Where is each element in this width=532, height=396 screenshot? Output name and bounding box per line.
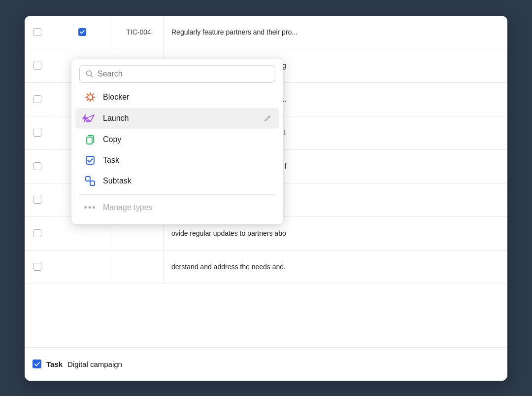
cell-id: TIC-004	[114, 16, 164, 49]
subtask-label: Subtask	[103, 177, 271, 185]
menu-item-task[interactable]: Task	[75, 150, 279, 170]
svg-line-8	[92, 99, 93, 100]
menu-item-launch[interactable]: Launch	[75, 108, 279, 129]
row-checkbox[interactable]	[33, 95, 41, 103]
row-checkbox[interactable]	[33, 62, 41, 70]
cell-checkbox[interactable]	[25, 83, 50, 116]
cell-checkbox[interactable]	[25, 183, 50, 216]
row-type-checked[interactable]	[78, 28, 86, 36]
cell-checkbox[interactable]	[25, 116, 50, 149]
cell-type[interactable]	[50, 251, 114, 284]
task-label: Task	[103, 156, 271, 165]
type-dropdown: Blocker Launch	[71, 59, 283, 224]
task-icon	[83, 155, 97, 165]
row-checkbox-unchecked[interactable]	[33, 28, 41, 36]
svg-line-1	[91, 75, 93, 77]
launch-label: Launch	[103, 114, 264, 123]
bottom-row-type-label: Task	[46, 360, 63, 368]
cell-checkbox[interactable]	[25, 16, 50, 49]
subtask-icon	[83, 176, 97, 186]
svg-line-10	[87, 99, 88, 100]
cell-checkbox[interactable]	[25, 217, 50, 250]
menu-item-copy[interactable]: Copy	[75, 129, 279, 150]
row-checkbox[interactable]	[33, 263, 41, 271]
launch-icon	[83, 113, 97, 124]
bottom-table-row: Task Digital campaign	[25, 347, 507, 381]
copy-icon	[83, 134, 97, 145]
search-input-wrapper[interactable]	[79, 65, 275, 83]
table-row: TIC-004 Regularly feature partners and t…	[25, 16, 507, 49]
cell-content: derstand and address the needs and.	[164, 263, 507, 271]
search-container	[79, 65, 275, 83]
search-input[interactable]	[98, 70, 269, 78]
cell-checkbox[interactable]	[25, 251, 50, 284]
cell-checkbox[interactable]	[25, 49, 50, 82]
menu-item-manage-types[interactable]: ••• Manage types	[75, 198, 279, 218]
menu-divider	[79, 194, 275, 195]
cell-type[interactable]	[50, 16, 114, 49]
svg-line-7	[87, 94, 88, 95]
row-checkbox[interactable]	[33, 229, 41, 237]
svg-rect-11	[87, 137, 92, 144]
blocker-icon	[83, 92, 97, 103]
copy-label: Copy	[103, 135, 271, 144]
svg-line-9	[92, 94, 93, 95]
row-checkbox[interactable]	[33, 129, 41, 137]
cell-content: ovide regular updates to partners abo	[164, 229, 507, 237]
svg-rect-13	[86, 177, 90, 181]
blocker-label: Blocker	[103, 93, 271, 102]
row-checkbox[interactable]	[33, 196, 41, 204]
cell-content: Regularly feature partners and their pro…	[164, 28, 507, 36]
svg-rect-14	[90, 181, 95, 185]
manage-types-label: Manage types	[103, 203, 271, 212]
cell-checkbox[interactable]	[25, 150, 50, 183]
manage-types-icon: •••	[83, 203, 97, 213]
row-checkbox[interactable]	[33, 162, 41, 170]
cell-id	[114, 251, 164, 284]
launch-edit-icon[interactable]	[264, 114, 271, 122]
bottom-row-checkbox[interactable]	[33, 360, 41, 368]
menu-item-subtask[interactable]: Subtask	[75, 171, 279, 191]
table-row: derstand and address the needs and.	[25, 251, 507, 284]
menu-item-blocker[interactable]: Blocker	[75, 87, 279, 108]
bottom-row-description: Digital campaign	[67, 360, 122, 368]
search-icon	[86, 70, 94, 78]
